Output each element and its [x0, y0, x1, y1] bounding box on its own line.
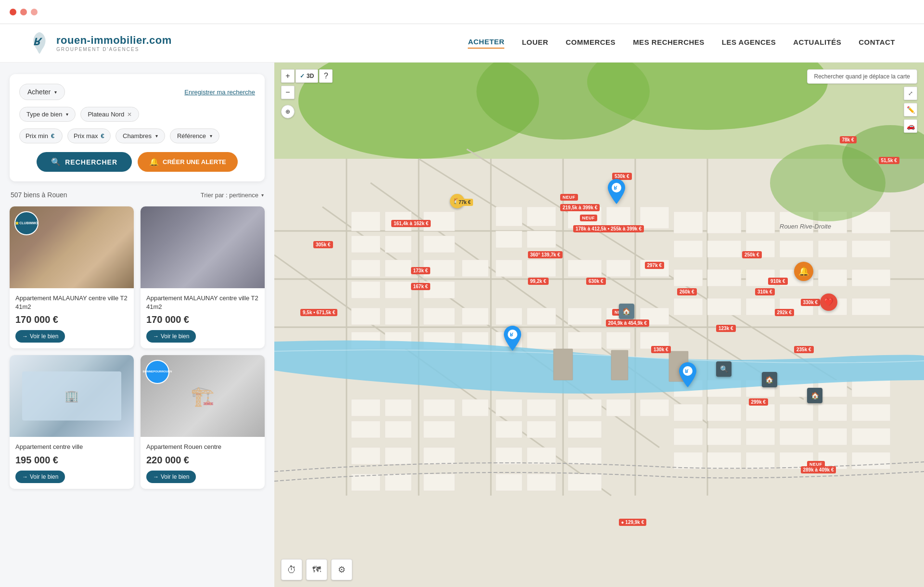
svg-rect-94 — [606, 399, 630, 416]
svg-rect-129 — [496, 474, 522, 491]
home-marker-4[interactable]: 🏠 — [807, 388, 822, 403]
svg-rect-83 — [746, 298, 775, 315]
euro-icon: € — [51, 132, 54, 140]
remove-location-icon[interactable]: ✕ — [127, 111, 132, 118]
svg-rect-63 — [568, 308, 602, 325]
svg-rect-125 — [852, 428, 890, 445]
reference-btn[interactable]: Référence ▾ — [170, 128, 219, 143]
create-alert-button[interactable]: 🔔 CRÉER UNE ALERTE — [138, 152, 238, 172]
search-button[interactable]: 🔍 RECHERCHER — [37, 152, 132, 172]
svg-rect-81 — [674, 298, 703, 315]
svg-rect-47 — [746, 212, 775, 233]
nav-les-agences[interactable]: LES AGENCES — [722, 38, 776, 48]
svg-rect-91 — [496, 399, 522, 416]
home-marker-2[interactable]: 🔍 — [716, 361, 732, 377]
svg-rect-54 — [780, 241, 813, 257]
property-card-4[interactable]: BONNE POUR ROUEN 🏗️ Appartement Rouen ce… — [141, 355, 265, 488]
svg-rect-122 — [746, 428, 775, 445]
logo-text: rouen-immobilier.com GROUPEMENT D'AGENCE… — [56, 34, 172, 52]
chevron-down-icon-4: ▾ — [210, 133, 212, 139]
voir-bien-btn-2[interactable]: → Voir le bien — [146, 330, 196, 343]
right-panel[interactable]: Rouen Rive-Droite + ✓ 3D ? − ⊕ Recherch — [274, 63, 924, 587]
help-btn[interactable]: ? — [319, 69, 333, 83]
svg-rect-26 — [496, 207, 522, 226]
window-dot-maximize[interactable] — [31, 9, 38, 15]
bell-icon: 🔔 — [149, 157, 159, 166]
svg-rect-82 — [707, 298, 741, 315]
map-layers-btn[interactable]: 🚗 — [904, 119, 917, 133]
nav-louer[interactable]: LOUER — [522, 38, 548, 48]
svg-rect-90 — [462, 399, 488, 416]
svg-rect-43 — [606, 260, 630, 277]
card-body-1: Appartement MALAUNAY centre ville T2 41m… — [10, 288, 134, 348]
svg-rect-120 — [674, 428, 703, 445]
property-grid: ⭐ CLUB IMMO Appartement MALAUNAY centre … — [10, 206, 265, 489]
window-dot-minimize[interactable] — [20, 9, 27, 15]
property-title-3: Appartement centre ville — [15, 443, 128, 451]
svg-rect-57 — [351, 308, 380, 325]
svg-rect-67 — [707, 269, 741, 286]
svg-rect-128 — [424, 474, 455, 491]
svg-rect-109 — [707, 404, 741, 421]
heart-marker[interactable]: ❤️ — [820, 294, 837, 311]
blue-pin-2[interactable]: ʁ — [502, 325, 523, 354]
svg-rect-51 — [674, 241, 703, 257]
svg-rect-134 — [746, 452, 775, 469]
svg-rect-33 — [351, 260, 380, 277]
svg-rect-93 — [568, 399, 602, 416]
logo[interactable]: ʁ rouen-immobilier.com GROUPEMENT D'AGEN… — [29, 30, 172, 56]
nav-contact[interactable]: CONTACT — [859, 38, 895, 48]
svg-rect-46 — [707, 212, 741, 233]
yellow-marker[interactable]: 🏠 — [450, 194, 464, 208]
search-map-bar[interactable]: Rechercher quand je déplace la carte — [807, 69, 917, 84]
clock-btn[interactable]: ⏱ — [281, 559, 302, 580]
zoom-out-btn[interactable]: − — [281, 86, 295, 99]
save-search-link[interactable]: Enregistrer ma recherche — [184, 89, 255, 96]
settings-btn[interactable]: ⚙ — [331, 559, 352, 580]
home-marker-1[interactable]: 🏠 — [619, 304, 634, 319]
transaction-type-btn[interactable]: Acheter ▾ — [19, 84, 65, 100]
3d-label: 3D — [307, 73, 314, 79]
nav-mes-recherches[interactable]: MES RECHERCHES — [633, 38, 705, 48]
layers-btn[interactable]: 🗺 — [306, 559, 327, 580]
property-card-2[interactable]: Appartement MALAUNAY centre ville T2 41m… — [141, 206, 265, 348]
svg-rect-103 — [385, 421, 411, 438]
property-card-1[interactable]: ⭐ CLUB IMMO Appartement MALAUNAY centre … — [10, 206, 134, 348]
chambres-btn[interactable]: Chambres ▾ — [116, 128, 165, 143]
map-pencil-btn[interactable]: ✏️ — [904, 103, 917, 116]
svg-rect-24 — [385, 236, 411, 253]
prix-min-field[interactable]: Prix min € — [19, 128, 63, 143]
compass-btn[interactable]: ⊕ — [281, 105, 295, 118]
svg-text:ʁ: ʁ — [510, 331, 513, 338]
sort-control[interactable]: Trier par : pertinence ▾ — [201, 191, 264, 199]
property-card-3[interactable]: 🏢 Appartement centre ville 195 000 € → V… — [10, 355, 134, 488]
arrow-right-icon: → — [22, 333, 28, 340]
nav-actualites[interactable]: ACTUALITÉS — [793, 38, 841, 48]
svg-rect-59 — [424, 308, 455, 325]
voir-bien-btn-1[interactable]: → Voir le bien — [15, 330, 65, 343]
results-header: 507 biens à Rouen Trier par : pertinence… — [10, 191, 265, 199]
voir-bien-btn-4[interactable]: → Voir le bien — [146, 471, 196, 483]
window-dot-close[interactable] — [10, 9, 16, 15]
svg-rect-32 — [640, 207, 669, 229]
prix-max-field[interactable]: Prix max € — [67, 128, 111, 143]
bell-marker[interactable]: 🔔 — [794, 262, 813, 281]
home-marker-3[interactable]: 🏠 — [762, 372, 777, 387]
neuf-badge-1: NEUF — [560, 194, 578, 201]
map-container[interactable]: Rouen Rive-Droite + ✓ 3D ? − ⊕ Recherch — [274, 63, 924, 587]
voir-bien-btn-3[interactable]: → Voir le bien — [15, 471, 65, 483]
location-chip[interactable]: Plateau Nord ✕ — [80, 107, 139, 122]
blue-pin-1[interactable]: ʁ — [606, 178, 627, 207]
3d-toggle-btn[interactable]: ✓ 3D — [295, 69, 318, 83]
svg-rect-104 — [424, 421, 455, 438]
nav-acheter[interactable]: ACHETER — [468, 38, 504, 49]
search-filters: Acheter ▾ Enregistrer ma recherche Type … — [10, 74, 265, 181]
nav-commerces[interactable]: COMMERCES — [565, 38, 616, 48]
map-expand-btn[interactable]: ⤢ — [904, 87, 917, 100]
property-price-1: 170 000 € — [15, 314, 128, 325]
blue-pin-3[interactable]: ʁ — [677, 361, 698, 390]
property-type-btn[interactable]: Type de bien ▾ — [19, 107, 76, 122]
property-image-2 — [141, 206, 265, 288]
zoom-in-btn[interactable]: + — [281, 69, 295, 83]
neuf-badge-4: NEUF — [807, 461, 825, 468]
